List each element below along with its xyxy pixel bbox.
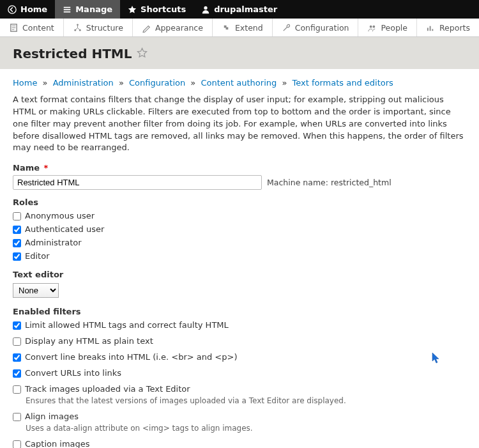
filter-row: Limit allowed HTML tags and correct faul… [13,320,466,330]
role-row: Editor [13,251,466,261]
role-label[interactable]: Administrator [25,238,82,247]
filter-row: Align imagesUses a data-align attribute … [13,412,466,433]
role-checkbox[interactable] [13,212,21,220]
role-checkbox[interactable] [13,239,21,247]
extend-icon [222,23,231,33]
back-arrow-icon [8,5,17,14]
filter-checkbox[interactable] [13,413,21,421]
role-row: Administrator [13,238,466,247]
required-asterisk: * [44,163,49,173]
admin-menu-extend[interactable]: Extend [213,19,273,36]
filter-label[interactable]: Caption images [25,439,90,448]
machine-name-value: restricted_html [331,178,392,187]
breadcrumb-separator: » [282,78,287,88]
role-row: Authenticated user [13,224,466,234]
user-menu-button[interactable]: drupalmaster [194,0,285,19]
role-row: Anonymous user [13,211,466,220]
text-editor-select[interactable]: None [13,283,59,298]
name-label: Name * [13,163,466,173]
filter-checkbox[interactable] [13,385,21,394]
content-icon [9,23,19,33]
star-icon [128,5,137,14]
filter-row: Convert line breaks into HTML (i.e. <br>… [13,352,466,362]
admin-menu: Content Structure Appearance Extend Conf… [0,19,479,37]
admin-menu-label: Structure [86,23,123,33]
machine-name-display: Machine name: restricted_html [267,178,392,187]
admin-menu-reports[interactable]: Reports [417,19,479,36]
filter-row: Display any HTML as plain text [13,336,466,346]
breadcrumb-formats[interactable]: Text formats and editors [292,78,393,88]
user-icon [201,5,210,14]
structure-icon [73,23,82,33]
admin-menu-configuration[interactable]: Configuration [273,19,359,36]
filter-checkbox[interactable] [13,321,21,330]
breadcrumb-separator: » [119,78,124,88]
filter-label[interactable]: Convert URLs into links [25,368,121,378]
admin-menu-label: Appearance [155,23,203,33]
appearance-icon [142,23,151,33]
people-icon [367,23,377,33]
filter-checkbox[interactable] [13,369,21,378]
filter-checkbox[interactable] [13,353,21,362]
breadcrumb-separator: » [43,78,48,88]
admin-menu-appearance[interactable]: Appearance [133,19,213,36]
machine-name-label: Machine name: [267,178,328,187]
filter-label[interactable]: Limit allowed HTML tags and correct faul… [25,320,229,330]
filter-label[interactable]: Align images [25,412,79,421]
admin-menu-label: Reports [439,23,470,33]
breadcrumb-config[interactable]: Configuration [129,78,185,88]
admin-menu-label: Configuration [295,23,349,33]
filter-label[interactable]: Display any HTML as plain text [25,336,153,346]
back-to-site-button[interactable]: Home [0,0,55,19]
content-region: Home » Administration » Configuration » … [0,69,479,448]
name-input[interactable] [13,175,262,190]
filter-checkbox[interactable] [13,440,21,448]
hamburger-icon [63,5,72,14]
roles-heading: Roles [13,197,466,207]
filter-checkbox-row: Display any HTML as plain text [13,336,466,346]
title-bar: Restricted HTML [0,37,479,69]
breadcrumb-home[interactable]: Home [13,78,37,88]
admin-menu-label: Content [22,23,54,33]
role-label[interactable]: Authenticated user [25,224,104,234]
user-label: drupalmaster [214,4,277,14]
role-label[interactable]: Anonymous user [25,211,95,220]
breadcrumb-admin[interactable]: Administration [53,78,114,88]
filter-checkbox-row: Convert line breaks into HTML (i.e. <br>… [13,352,466,362]
role-checkbox[interactable] [13,252,21,261]
filter-row: Caption imagesUses a data-caption attrib… [13,439,466,448]
filter-checkbox-row: Align images [13,412,466,421]
reports-icon [426,23,436,33]
enabled-filters-heading: Enabled filters [13,307,466,316]
filter-checkbox-row: Caption images [13,439,466,448]
breadcrumb-authoring[interactable]: Content authoring [201,78,277,88]
filters-list: Limit allowed HTML tags and correct faul… [13,320,466,448]
roles-list: Anonymous userAuthenticated userAdminist… [13,211,466,261]
filter-checkbox[interactable] [13,337,21,346]
svg-point-0 [8,5,16,13]
top-toolbar: Home Manage Shortcuts drupalmaster [0,0,479,19]
filter-row: Track images uploaded via a Text EditorE… [13,384,466,405]
admin-menu-label: People [381,23,407,33]
admin-menu-content[interactable]: Content [0,19,64,36]
admin-menu-structure[interactable]: Structure [64,19,133,36]
svg-point-1 [204,6,208,9]
page-title: Restricted HTML [13,46,132,61]
name-label-text: Name [13,163,40,173]
breadcrumb: Home » Administration » Configuration » … [13,78,466,88]
shortcuts-button[interactable]: Shortcuts [120,0,194,19]
filter-label[interactable]: Convert line breaks into HTML (i.e. <br>… [25,352,237,362]
shortcuts-label: Shortcuts [141,4,186,14]
role-label[interactable]: Editor [25,251,49,261]
role-checkbox[interactable] [13,226,21,234]
text-editor-heading: Text editor [13,270,466,279]
filter-description: Ensures that the latest versions of imag… [26,396,466,405]
admin-menu-people[interactable]: People [358,19,417,36]
favorite-star-icon[interactable] [137,47,148,61]
manage-button[interactable]: Manage [55,0,120,19]
filter-label[interactable]: Track images uploaded via a Text Editor [25,384,190,394]
filter-checkbox-row: Convert URLs into links [13,368,466,378]
svg-point-6 [370,25,372,27]
filter-checkbox-row: Limit allowed HTML tags and correct faul… [13,320,466,330]
back-to-site-label: Home [20,4,47,14]
